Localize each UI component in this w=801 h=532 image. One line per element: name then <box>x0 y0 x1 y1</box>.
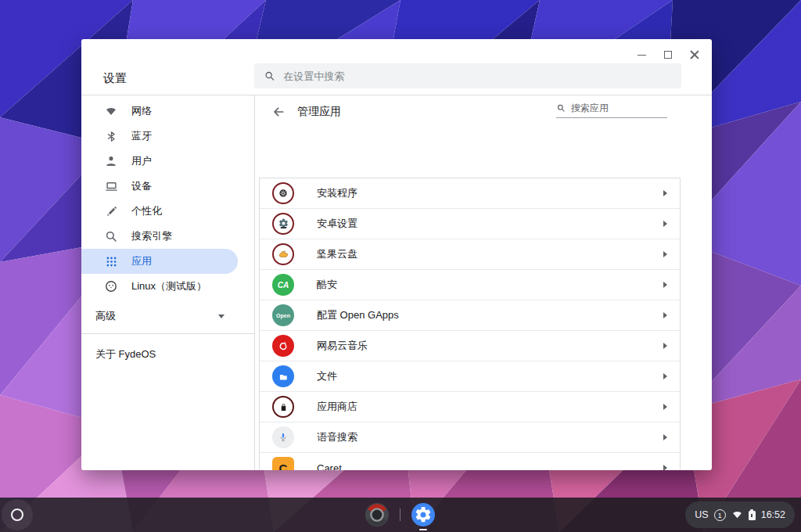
window-controls <box>632 45 704 64</box>
sidebar-item-label: 网络 <box>131 104 152 118</box>
app-name: 安卓设置 <box>317 217 663 231</box>
app-name: 安装程序 <box>317 186 663 200</box>
app-search-field[interactable] <box>556 102 667 118</box>
page-title: 管理应用 <box>297 105 341 119</box>
settings-icon <box>411 502 436 527</box>
settings-search-input[interactable] <box>283 70 672 82</box>
app-row-app-store[interactable]: 应用商店 <box>260 392 680 422</box>
chevron-right-icon <box>663 373 667 379</box>
shelf-settings-button[interactable] <box>408 498 439 532</box>
sidebar-item-label: 蓝牙 <box>131 129 152 143</box>
sidebar-item-users[interactable]: 用户 <box>81 149 254 174</box>
app-store-app-icon <box>272 396 294 418</box>
settings-search-bar[interactable] <box>254 63 681 88</box>
about-label: 关于 FydeOS <box>95 347 156 361</box>
app-name: 应用商店 <box>317 400 663 414</box>
minimize-button[interactable] <box>632 45 651 64</box>
chevron-right-icon <box>663 434 667 440</box>
sidebar-divider <box>81 333 254 334</box>
active-app-indicator <box>419 529 427 531</box>
search-icon <box>103 228 119 244</box>
notification-badge: 1 <box>714 509 726 521</box>
maximize-button[interactable] <box>659 45 677 64</box>
app-row-android-settings[interactable]: 安卓设置 <box>260 209 680 239</box>
sidebar-item-label: 设备 <box>131 179 152 193</box>
penguin-icon <box>103 279 119 294</box>
sidebar-item-label: Linux（测试版） <box>131 279 207 293</box>
app-row-files[interactable]: 文件 <box>260 361 680 392</box>
app-name: Caret <box>317 462 663 471</box>
sidebar-item-bluetooth[interactable]: 蓝牙 <box>81 124 254 149</box>
sidebar-item-search-engine[interactable]: 搜索引擎 <box>81 224 254 249</box>
shelf-separator <box>400 509 400 521</box>
chevron-right-icon <box>663 404 667 410</box>
sidebar: 网络 蓝牙 用户 设备 个性化 <box>81 95 254 470</box>
search-icon <box>264 70 275 82</box>
sidebar-item-device[interactable]: 设备 <box>81 174 254 199</box>
close-button[interactable] <box>685 45 704 64</box>
system-tray[interactable]: US 1 16:52 <box>685 501 795 528</box>
person-icon <box>103 153 119 169</box>
netease-music-app-icon <box>272 335 294 357</box>
minimize-icon <box>638 55 646 56</box>
chevron-right-icon <box>663 282 667 288</box>
sidebar-item-about[interactable]: 关于 FydeOS <box>81 342 254 367</box>
wifi-status-icon <box>731 510 743 519</box>
app-row-installer[interactable]: 安装程序 <box>260 178 680 209</box>
coolapk-logo-text: CA <box>278 281 289 289</box>
android-settings-app-icon <box>272 213 294 235</box>
installer-app-icon <box>272 182 294 204</box>
clock: 16:52 <box>761 509 785 520</box>
content-header: 管理应用 <box>255 95 712 128</box>
app-row-voice-search[interactable]: 语音搜索 <box>260 422 680 453</box>
wifi-icon <box>103 103 119 119</box>
back-button[interactable] <box>271 104 286 120</box>
content-pane: 管理应用 安装程序 <box>254 95 712 470</box>
app-row-caret[interactable]: C Caret <box>260 453 680 470</box>
chevron-right-icon <box>663 465 667 470</box>
nutstore-app-icon <box>272 243 294 265</box>
apps-grid-icon <box>103 253 119 269</box>
voice-search-app-icon <box>272 426 294 448</box>
desktop: { "window": { "title": "设置", "search_pla… <box>0 0 801 532</box>
launcher-icon <box>11 509 23 521</box>
caret-app-icon: C <box>272 457 294 470</box>
chevron-right-icon <box>663 221 667 227</box>
keyboard-layout-indicator: US <box>695 509 708 520</box>
coolapk-app-icon: CA <box>272 274 294 296</box>
app-row-nutstore[interactable]: 坚果云盘 <box>260 239 680 270</box>
chevron-right-icon <box>663 251 667 257</box>
sidebar-advanced-toggle[interactable]: 高级 <box>81 304 254 329</box>
app-list: 安装程序 安卓设置 坚果云盘 CA <box>259 178 681 470</box>
app-search-input[interactable] <box>571 102 667 113</box>
sidebar-item-apps[interactable]: 应用 <box>81 249 238 274</box>
opengapps-app-icon: Open <box>272 304 294 326</box>
app-name: 配置 Open GApps <box>317 308 663 322</box>
app-row-coolapk[interactable]: CA 酷安 <box>260 270 680 300</box>
files-app-icon <box>272 365 294 387</box>
opengapps-logo-text: Open <box>276 313 290 318</box>
app-name: 语音搜索 <box>317 430 663 444</box>
window-title: 设置 <box>103 71 127 86</box>
battery-icon <box>749 509 756 520</box>
app-name: 酷安 <box>317 278 663 292</box>
sidebar-item-label: 用户 <box>131 154 152 168</box>
caret-logo-text: C <box>279 462 288 471</box>
chevron-down-icon <box>218 315 224 318</box>
chevron-right-icon <box>663 190 667 196</box>
shelf-browser-button[interactable] <box>361 498 393 532</box>
sidebar-item-personalization[interactable]: 个性化 <box>81 199 254 224</box>
sidebar-item-network[interactable]: 网络 <box>81 99 254 124</box>
sidebar-item-linux[interactable]: Linux（测试版） <box>81 274 254 299</box>
app-name: 网易云音乐 <box>317 339 663 353</box>
laptop-icon <box>103 178 119 194</box>
sidebar-item-label: 个性化 <box>131 204 162 218</box>
launcher-button[interactable] <box>2 499 33 530</box>
app-row-netease-music[interactable]: 网易云音乐 <box>260 331 680 361</box>
chevron-right-icon <box>663 312 667 318</box>
settings-window: 设置 网络 蓝牙 用 <box>81 39 712 470</box>
app-row-opengapps[interactable]: Open 配置 Open GApps <box>260 300 680 331</box>
search-icon <box>556 102 566 113</box>
browser-icon <box>365 502 390 527</box>
window-header: 设置 <box>81 39 712 95</box>
